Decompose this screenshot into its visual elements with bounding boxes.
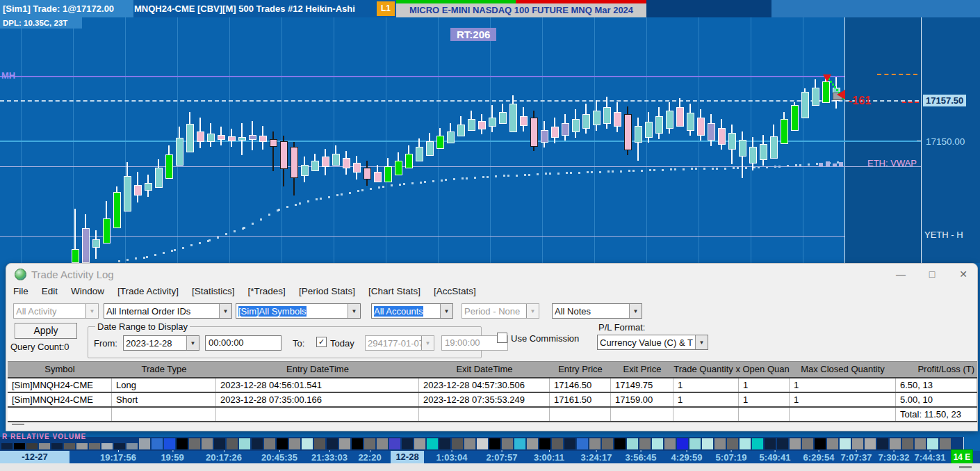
chevron-down-icon[interactable]: ▼ (219, 304, 231, 318)
resize-grip[interactable] (12, 424, 24, 425)
volume-heat-block (702, 438, 713, 449)
maximize-button[interactable]: □ (922, 266, 942, 282)
candle (739, 140, 746, 157)
time-label: 22:20 (358, 452, 381, 463)
column-header[interactable]: Profit/Loss (T) (896, 362, 977, 377)
column-header[interactable]: Exit DateTime (419, 362, 550, 377)
volume-heat-block (940, 438, 951, 449)
to-date-select[interactable]: 294177-01-07▼ (365, 335, 434, 351)
menu-window[interactable]: Window (71, 286, 104, 296)
volume-heat-block (402, 438, 413, 449)
time-label: 5:49:41 (760, 452, 791, 463)
mh-label: MH (1, 70, 15, 81)
notes-select[interactable]: All Notes▼ (552, 303, 642, 319)
time-label: 21:33:03 (311, 452, 348, 463)
volume-heat-block (414, 438, 425, 449)
volume-heat-block (327, 438, 338, 449)
candle (343, 158, 350, 168)
table-cell (8, 408, 112, 421)
from-time-input[interactable]: 00:00:00 (205, 335, 281, 351)
table-cell (739, 408, 790, 421)
activity-filter-select[interactable]: All Activity▼ (13, 303, 99, 319)
candle (374, 172, 382, 182)
volume-heat-block (227, 438, 238, 449)
apply-button[interactable]: Apply (15, 323, 77, 339)
candle (468, 119, 475, 131)
column-header[interactable]: Entry Price (550, 362, 611, 377)
candle (551, 127, 559, 138)
volume-heat-block (101, 443, 113, 449)
chevron-down-icon[interactable]: ▼ (85, 304, 98, 318)
chevron-down-icon[interactable]: ▼ (440, 304, 452, 318)
table-row[interactable]: [Sim]MNQH24-CMELong2023-12-28 04:56:01.5… (8, 378, 977, 393)
column-header[interactable]: Max Closed Quantity (790, 362, 896, 377)
price-level-tick (917, 141, 921, 141)
volume-heat-block (577, 438, 588, 449)
use-commission-checkbox[interactable] (497, 333, 507, 343)
candle (791, 105, 799, 131)
table-cell (611, 408, 673, 421)
chevron-down-icon[interactable]: ▼ (421, 336, 434, 350)
chevron-down-icon[interactable]: ▼ (186, 336, 199, 350)
table-cell (112, 408, 216, 421)
column-header[interactable]: Trade Quantity x Open Quan (673, 362, 790, 377)
table-cell: 2023-12-28 04:57:30.506 (419, 378, 550, 392)
volume-heat-block (389, 438, 400, 449)
column-header[interactable]: Entry DateTime (216, 362, 419, 377)
candle (113, 192, 121, 228)
evening-session-badge[interactable]: 14 E (951, 449, 973, 465)
table-row[interactable]: [Sim]MNQH24-CMEShort2023-12-28 07:35:00.… (8, 393, 977, 408)
accounts-select[interactable]: All Accounts▼ (371, 303, 453, 319)
pl-format-select[interactable]: Currency Value (C) & T▼ (597, 335, 708, 350)
menu-trade-activity[interactable]: [Trade Activity] (117, 286, 179, 296)
table-row[interactable]: Total: 11.50, 23 (8, 408, 977, 422)
chevron-down-icon[interactable]: ▼ (348, 304, 360, 318)
volume-heat-block (765, 438, 776, 449)
trade-activity-log-window[interactable]: Trade Activity Log — □ ✕ File Edit Windo… (6, 263, 978, 431)
chevron-down-icon[interactable]: ▼ (629, 304, 642, 318)
column-header[interactable]: Symbol (8, 362, 112, 377)
scroll-grip[interactable] (959, 466, 972, 468)
instrument-strip: MICRO E-MINI NASDAQ 100 FUTURE MNQ Mar 2… (396, 0, 646, 17)
volume-heat-block (514, 438, 525, 449)
time-axis[interactable]: -12-2719:17:5619:5920:17:2620:45:3521:33… (0, 451, 980, 463)
volume-heat-block (689, 438, 701, 449)
menu-bar: File Edit Window [Trade Activity] [Stati… (13, 286, 476, 296)
menu-acc-stats[interactable]: [AccStats] (434, 286, 476, 296)
column-header[interactable]: Exit Price (611, 362, 673, 377)
volume-heat-block (76, 443, 88, 449)
table-cell (419, 408, 550, 421)
volume-heat-block (627, 438, 638, 449)
minimize-button[interactable]: — (890, 266, 911, 282)
today-checkbox[interactable]: ✓ (316, 337, 327, 347)
menu-statistics[interactable]: [Statistics] (192, 286, 235, 296)
candle (155, 168, 163, 188)
chevron-down-icon[interactable]: ▼ (695, 335, 708, 349)
query-count-label: Query Count:0 (10, 342, 70, 352)
volume-heat-block (714, 438, 726, 449)
table-cell (216, 408, 419, 421)
chevron-down-icon[interactable]: ▼ (526, 304, 539, 318)
from-date-select[interactable]: 2023-12-28▼ (123, 335, 199, 351)
candle (770, 136, 778, 159)
menu-edit[interactable]: Edit (42, 286, 58, 296)
relative-volume-strip: R RELATIVE VOLUME (0, 437, 964, 452)
table-cell: 1 (790, 393, 896, 406)
candle (134, 185, 142, 195)
menu-file[interactable]: File (13, 286, 28, 296)
table-cell: 1 (790, 378, 896, 392)
period-select[interactable]: Period - None▼ (462, 303, 539, 319)
menu-period-stats[interactable]: [Period Stats] (299, 286, 355, 296)
table-cell: 2023-12-28 04:56:01.541 (216, 378, 419, 392)
symbols-select[interactable]: [Sim]All Symbols▼ (236, 303, 361, 319)
close-button[interactable]: ✕ (953, 266, 974, 282)
menu-trades[interactable]: [*Trades] (248, 286, 286, 296)
menu-chart-stats[interactable]: [Chart Stats] (368, 286, 420, 296)
candle (176, 138, 183, 166)
column-header[interactable]: Trade Type (112, 362, 216, 377)
chart-header-bar: [Sim1] Trade: 1@17172.00 MNQH24-CME [CBV… (0, 0, 980, 17)
table-cell: 2023-12-28 07:35:00.166 (216, 393, 419, 406)
order-ids-select[interactable]: All Internal Order IDs▼ (104, 303, 232, 319)
eth-vwap-label: ETH: VWAP (867, 158, 917, 168)
volume-heat-block (552, 438, 563, 449)
